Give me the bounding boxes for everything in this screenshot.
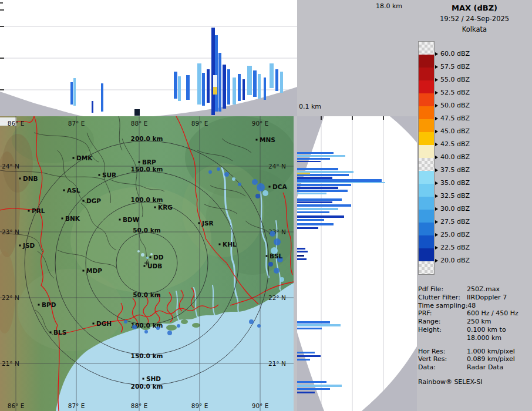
info-row: Clutter Filter:IIRDoppler 7 bbox=[418, 294, 531, 302]
scale-tick-icon bbox=[435, 117, 438, 120]
station-label: DNB bbox=[23, 175, 38, 182]
station-marker-dot bbox=[62, 218, 63, 220]
echo-row bbox=[297, 324, 341, 326]
colorbar-cell bbox=[419, 210, 434, 223]
scale-label: 50.0 dBZ bbox=[440, 101, 470, 110]
colorbar-cell bbox=[419, 93, 434, 106]
info-row: Time sampling:48 bbox=[418, 302, 531, 310]
info-row: Height:0.100 km to bbox=[418, 326, 531, 334]
info-label: Vert Res: bbox=[418, 355, 447, 363]
station-marker-dot bbox=[144, 265, 146, 267]
station-marker-dot bbox=[154, 207, 156, 208]
radar-echo bbox=[224, 172, 229, 177]
echo-column bbox=[280, 72, 283, 93]
radar-echo bbox=[280, 277, 284, 282]
station-marker-dot bbox=[83, 270, 85, 272]
info-label: Hor Res: bbox=[418, 348, 445, 355]
echo-column bbox=[211, 28, 215, 115]
echo-row bbox=[297, 385, 342, 387]
station-marker-dot bbox=[19, 178, 21, 180]
colorbar-cell bbox=[419, 68, 434, 80]
echo-row bbox=[297, 248, 305, 250]
echo-column bbox=[101, 83, 103, 112]
info-label: Pdf File: bbox=[418, 285, 443, 293]
echo-row bbox=[297, 219, 324, 221]
scale-label: 30.0 dBZ bbox=[440, 204, 470, 214]
range-ring-label: 100.0 km bbox=[131, 196, 163, 203]
info-row: Pdf File:250Z.max bbox=[418, 285, 531, 294]
station-label: DD bbox=[153, 254, 164, 261]
echo-row bbox=[297, 182, 385, 183]
echo-row bbox=[297, 359, 310, 361]
radar-echo bbox=[208, 170, 212, 174]
info-value: 250Z.max bbox=[467, 285, 500, 294]
station-marker-dot bbox=[219, 244, 221, 245]
station-marker-dot bbox=[73, 157, 75, 159]
product-title: MAX (dBZ) bbox=[417, 4, 532, 12]
info-row: Hor Res:1.000 km/pixel bbox=[418, 348, 531, 356]
info-label: Clutter Filter: bbox=[418, 294, 460, 301]
station-marker-dot bbox=[256, 139, 258, 141]
info-value: 250 km bbox=[467, 318, 491, 326]
colorbar-cell bbox=[419, 119, 434, 132]
radar-echo bbox=[274, 268, 280, 274]
station-label: MDP bbox=[86, 267, 102, 274]
colorbar-cell bbox=[419, 106, 434, 119]
echo-row bbox=[297, 227, 318, 229]
info-label: Height: bbox=[418, 326, 442, 333]
station-label: DCA bbox=[272, 183, 287, 190]
station-marker-dot bbox=[63, 190, 65, 191]
range-ring-label: 150.0 km bbox=[131, 352, 163, 359]
info-label: Range: bbox=[418, 318, 441, 325]
colorbar-cell bbox=[419, 184, 434, 197]
longitude-label: 87° E bbox=[68, 120, 85, 127]
product-datetime: 19:52 / 24-Sep-2025 bbox=[417, 15, 532, 23]
echo-row bbox=[297, 328, 322, 329]
station-marker-dot bbox=[143, 378, 144, 380]
scale-tick-icon bbox=[435, 78, 438, 82]
station-label: UDB bbox=[147, 262, 162, 269]
latitude-label: 23° N bbox=[2, 228, 19, 235]
echo-row bbox=[297, 208, 338, 210]
station-marker-dot bbox=[150, 257, 151, 258]
radar-echo bbox=[167, 331, 172, 335]
station-marker-dot bbox=[269, 186, 271, 188]
echo-row bbox=[297, 168, 338, 170]
echo-column bbox=[238, 74, 241, 101]
echo-column bbox=[247, 66, 252, 95]
radar-echo bbox=[257, 183, 265, 191]
scale-label: 35.0 dBZ bbox=[440, 178, 470, 188]
scale-tick-icon bbox=[435, 91, 438, 95]
colorbar-cell bbox=[419, 235, 434, 248]
echo-row bbox=[297, 355, 321, 357]
colorbar-cell bbox=[419, 261, 434, 274]
colorbar-cell bbox=[419, 223, 434, 235]
station-label: KRG bbox=[158, 204, 173, 211]
echo-row bbox=[297, 152, 334, 154]
echo-column bbox=[213, 87, 217, 95]
radar-echo bbox=[270, 231, 275, 237]
info-value: 18.000 km bbox=[467, 334, 501, 342]
colorbar-cell bbox=[419, 42, 434, 55]
info-row: 18.000 km bbox=[418, 334, 531, 342]
echo-column bbox=[202, 73, 205, 106]
side-height-profile-panel bbox=[297, 116, 417, 411]
info-value: 1.000 km/pixel bbox=[467, 348, 515, 356]
echo-column bbox=[275, 69, 278, 91]
echo-column bbox=[233, 78, 236, 105]
radar-echo bbox=[141, 253, 144, 257]
latitude-label: 22° N bbox=[268, 294, 286, 301]
echo-row bbox=[297, 211, 329, 213]
longitude-label: 86° E bbox=[8, 120, 25, 127]
radar-echo bbox=[137, 250, 140, 252]
colorbar-cell bbox=[419, 80, 434, 93]
colorbar-cell bbox=[419, 55, 434, 68]
station-marker-dot bbox=[139, 161, 140, 163]
side-panel-background bbox=[297, 116, 417, 411]
radar-echo bbox=[146, 257, 149, 259]
echo-column bbox=[270, 63, 274, 88]
station-label: BDW bbox=[123, 216, 140, 223]
colorbar-cell bbox=[419, 248, 434, 261]
echo-column bbox=[178, 76, 181, 101]
echo-column bbox=[186, 75, 190, 100]
